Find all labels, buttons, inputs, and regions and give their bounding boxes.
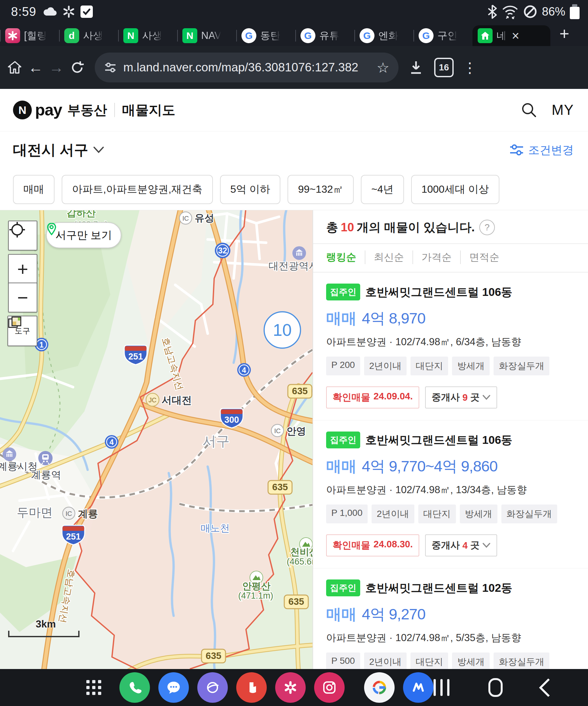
tag: 대단지: [410, 653, 448, 669]
pay-logo-text[interactable]: pay: [35, 101, 62, 119]
sort-newest[interactable]: 최신순: [365, 250, 413, 264]
svg-text:계룡: 계룡: [78, 508, 98, 519]
samsung-internet-app-icon[interactable]: [197, 672, 228, 703]
tab-google-yen[interactable]: G 엔화: [354, 25, 414, 46]
listing-title[interactable]: 호반써밋그랜드센트럴 102동: [365, 581, 512, 596]
confirm-date: 24.08.30.: [374, 539, 413, 552]
tab-google-jobs[interactable]: G 구인: [414, 25, 472, 46]
tab-title: 네: [497, 29, 507, 42]
tab-naver-1[interactable]: N 사생: [118, 25, 177, 46]
blue-app-icon[interactable]: [403, 672, 434, 703]
chip-property-type[interactable]: 아파트,아파트분양권,재건축: [62, 175, 213, 204]
map-canvas[interactable]: 호남고속지선 호남고속지선 갑하산 (468.7m) 서구 두마면 대전광역시 …: [0, 210, 313, 669]
home-button[interactable]: [5, 60, 25, 75]
back-button[interactable]: ←: [25, 59, 46, 76]
listings-panel[interactable]: 총 10 개의 매물이 있습니다. ? 랭킹순 최신순 가격순 면적순 집주인 …: [313, 210, 588, 669]
trade-type: 매매: [326, 308, 357, 329]
google-app-icon[interactable]: [364, 672, 395, 703]
city-label: 대전광역시: [269, 260, 313, 272]
tab-title: 사생: [83, 29, 103, 42]
reload-button[interactable]: [67, 61, 88, 75]
interruption-blocked-icon: [523, 5, 537, 19]
price: 4억 8,970: [362, 308, 425, 329]
phone-screen: 8:59 86% [힐링 d 사생 N 사생: [0, 0, 588, 706]
flower-app-icon[interactable]: [275, 672, 306, 703]
naver-favicon: N: [182, 28, 197, 43]
close-tab-icon[interactable]: ×: [512, 29, 519, 43]
tab-google-youtube[interactable]: G 유튜: [295, 25, 354, 46]
my-menu[interactable]: MY: [552, 102, 574, 118]
service-title[interactable]: 부동산: [67, 101, 107, 119]
tag: 2년이내: [371, 505, 415, 523]
chip-price[interactable]: 5억 이하: [220, 175, 281, 204]
listing-card[interactable]: 집주인 호반써밋그랜드센트럴 106동 매매 4억 8,970 아파트분양권 ·…: [313, 273, 588, 421]
tab-healing[interactable]: [힐링: [0, 25, 59, 46]
district-only-toggle[interactable]: 서구만 보기: [46, 222, 121, 248]
chip-area[interactable]: 99~132㎡: [287, 175, 354, 204]
listing-spec: 아파트분양권 · 102/74.98㎡, 13/34층, 남동향: [326, 483, 575, 497]
map-scale: 3km: [8, 618, 79, 637]
menu-kebab-icon[interactable]: ⋮: [463, 60, 477, 76]
recents-key[interactable]: [434, 679, 449, 696]
forward-button[interactable]: →: [46, 59, 67, 76]
filter-sliders-icon: [509, 144, 524, 156]
header-divider: [114, 103, 115, 117]
help-icon[interactable]: ?: [479, 220, 495, 235]
home-key[interactable]: [488, 678, 503, 697]
current-location-button[interactable]: [8, 221, 37, 250]
naver-pay-logo[interactable]: N: [13, 101, 32, 119]
listing-card[interactable]: 집주인 호반써밋그랜드센트럴 106동 매매 4억 9,770~4억 9,860…: [313, 421, 588, 568]
listing-cluster-marker[interactable]: 10: [264, 312, 301, 348]
agents-dropdown[interactable]: 중개사 4 곳: [425, 534, 497, 556]
battery-icon: [570, 4, 580, 19]
listing-title[interactable]: 호반써밋그랜드센트럴 106동: [365, 284, 512, 300]
svg-text:IC: IC: [182, 215, 189, 222]
tab-naver-land-active[interactable]: 네 ×: [472, 25, 550, 46]
tab-title: 엔화: [378, 29, 398, 42]
sort-price[interactable]: 가격순: [413, 250, 460, 264]
condition-change-button[interactable]: 조건변경: [509, 143, 574, 158]
listing-spec: 아파트분양권 · 102/74.98㎡, 5/35층, 남동향: [326, 631, 575, 645]
zoom-in-button[interactable]: +: [8, 254, 37, 284]
chevron-down-icon[interactable]: [93, 146, 105, 154]
search-icon[interactable]: [520, 102, 537, 118]
region-selector[interactable]: 대전시 서구: [13, 141, 88, 160]
listing-title[interactable]: 호반써밋그랜드센트럴 106동: [365, 432, 512, 448]
tab-naver-2[interactable]: N NAV: [177, 25, 236, 46]
zoom-out-button[interactable]: −: [8, 283, 37, 312]
app-drawer-button[interactable]: [86, 680, 101, 695]
sort-area[interactable]: 면적순: [460, 250, 508, 264]
naver-favicon: N: [123, 28, 138, 43]
tab-google-dongtan[interactable]: G 동탄: [236, 25, 295, 46]
back-key[interactable]: [539, 678, 558, 697]
agent-count: 4: [462, 540, 468, 551]
download-button[interactable]: [406, 60, 426, 75]
instagram-app-icon[interactable]: [314, 672, 345, 703]
messages-app-icon[interactable]: [158, 672, 189, 703]
svg-text:안영: 안영: [286, 426, 306, 436]
listing-card[interactable]: 집주인 호반써밋그랜드센트럴 102동 매매 4억 9,270 아파트분양권 ·…: [313, 568, 588, 669]
chip-households[interactable]: 1000세대 이상: [411, 175, 499, 204]
chip-trade-type[interactable]: 매매: [13, 175, 54, 204]
sort-ranking[interactable]: 랭킹순: [326, 250, 365, 264]
page-title: 매물지도: [122, 101, 175, 119]
new-tab-button[interactable]: +: [559, 24, 569, 43]
red-app-icon[interactable]: [236, 672, 267, 703]
route-shield-4a: 4: [237, 363, 251, 377]
agent-unit: 곳: [470, 539, 480, 552]
owner-badge: 집주인: [326, 432, 360, 448]
tab-daum[interactable]: d 사생: [59, 25, 118, 46]
tab-count-button[interactable]: 16: [434, 58, 454, 77]
route-badge-635: 635: [284, 595, 308, 609]
phone-app-icon[interactable]: [119, 672, 150, 703]
map-tools-button[interactable]: 도구: [7, 316, 37, 346]
tag: 대단지: [410, 357, 448, 376]
summary-count: 10: [341, 221, 354, 234]
agents-dropdown[interactable]: 중개사 9 곳: [425, 386, 497, 408]
browser-toolbar: ← → m.land.naver.com/map/36.3081076:127.…: [0, 46, 588, 89]
bookmark-star-icon[interactable]: ☆: [377, 60, 389, 76]
tab-title: 구인: [437, 29, 458, 42]
chip-age[interactable]: ~4년: [361, 175, 404, 204]
url-field[interactable]: m.land.naver.com/map/36.3081076:127.382 …: [95, 52, 398, 82]
site-settings-icon[interactable]: [104, 61, 117, 74]
